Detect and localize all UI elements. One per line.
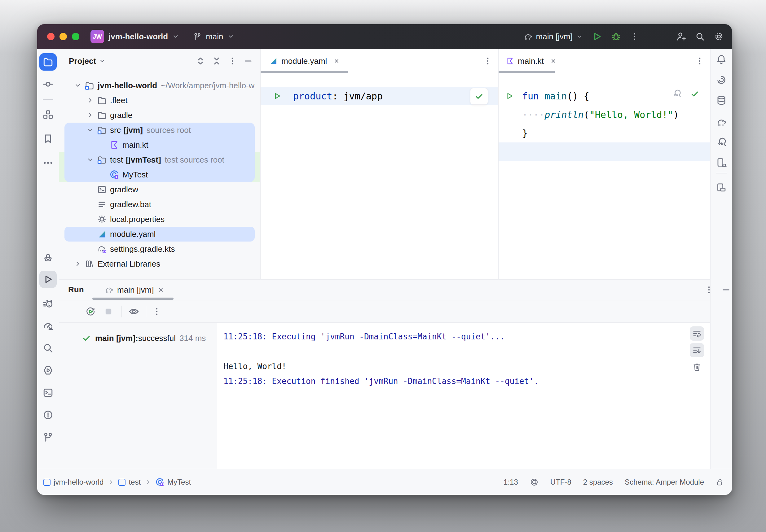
- project-options-kebab-icon[interactable]: [228, 57, 237, 65]
- file-encoding-widget[interactable]: UTF-8: [550, 478, 571, 486]
- tool-stripe-button-notifications[interactable]: [713, 51, 730, 68]
- project-tree-item[interactable]: .fleet: [59, 93, 260, 108]
- scroll-to-end-button[interactable]: [690, 343, 704, 357]
- project-tree-item[interactable]: local.properties: [59, 212, 260, 227]
- caret-position-widget[interactable]: 1:13: [504, 478, 518, 486]
- kotlin-code[interactable]: fun main() {····println("Hello, World!")…: [522, 87, 679, 142]
- run-console[interactable]: 11:25:18: Executing 'jvmRun -DmainClass=…: [217, 323, 710, 469]
- schema-widget[interactable]: Schema: Amper Module: [625, 478, 704, 486]
- debug-button[interactable]: [611, 32, 621, 41]
- run-gutter-icon[interactable]: [273, 92, 281, 100]
- expand-all-icon[interactable]: [196, 56, 205, 66]
- window-close-button[interactable]: [47, 33, 55, 40]
- settings-gear-icon[interactable]: [714, 32, 724, 41]
- project-tree-item[interactable]: jvm-hello-world~/Work/amper/jvm-hello-w: [59, 78, 260, 93]
- tool-stripe-button-find[interactable]: [39, 339, 57, 357]
- project-avatar[interactable]: JW: [90, 30, 104, 43]
- tab-label: module.yaml: [281, 56, 327, 66]
- tool-stripe-button-problems[interactable]: [39, 406, 57, 424]
- project-chevron-icon[interactable]: [172, 33, 179, 40]
- window-zoom-button[interactable]: [72, 33, 79, 40]
- soft-wrap-button[interactable]: [690, 326, 704, 341]
- yaml-code-line[interactable]: product: jvm/app: [293, 87, 383, 105]
- run-options-kebab-icon[interactable]: [705, 286, 713, 294]
- indent-widget[interactable]: 2 spaces: [583, 478, 613, 486]
- tool-stripe-button-services[interactable]: [39, 362, 57, 379]
- tool-stripe-button-bookmarks[interactable]: [39, 130, 57, 147]
- tree-chevron-icon[interactable]: [87, 97, 97, 104]
- tool-stripe-button-device-manager[interactable]: [713, 179, 730, 196]
- tree-chevron-icon[interactable]: [87, 156, 97, 163]
- line-separator-icon[interactable]: [530, 478, 539, 486]
- tool-stripe-button-terminal[interactable]: [39, 384, 57, 401]
- project-tree-item[interactable]: module.yaml: [59, 227, 260, 242]
- tool-stripe-button-version-control[interactable]: [39, 429, 57, 446]
- breadcrumb-mytest[interactable]: MyTest: [155, 478, 191, 486]
- hide-run-panel-icon[interactable]: [721, 285, 731, 294]
- breadcrumb-label: jvm-hello-world: [54, 478, 103, 486]
- collapse-all-icon[interactable]: [212, 56, 221, 66]
- inspections-widget[interactable]: [672, 89, 699, 99]
- editor-main-kt[interactable]: fun main() {····println("Hello, World!")…: [499, 73, 710, 279]
- tab-main-kt[interactable]: main.kt: [499, 49, 710, 73]
- tree-chevron-icon[interactable]: [87, 127, 97, 133]
- run-button[interactable]: [592, 32, 602, 41]
- tree-chevron-icon[interactable]: [74, 82, 85, 89]
- project-tree-item[interactable]: gradlew.bat: [59, 197, 260, 212]
- tab-close-icon[interactable]: [333, 58, 340, 64]
- tool-stripe-button-code-inspection[interactable]: [713, 134, 730, 151]
- rerun-button[interactable]: [85, 307, 95, 316]
- project-tree-item[interactable]: src[jvm]sources root: [59, 123, 260, 137]
- run-status-row[interactable]: main [jvm]: successful 314 ms: [82, 331, 206, 346]
- branch-name[interactable]: main: [206, 32, 223, 41]
- tool-stripe-button-structure[interactable]: [39, 106, 57, 123]
- toolbar-kebab-icon[interactable]: [152, 307, 161, 316]
- tool-stripe-button-gradle[interactable]: [713, 114, 730, 131]
- project-tree-item[interactable]: gradlew: [59, 182, 260, 197]
- tab-module-yaml[interactable]: module.yaml: [260, 49, 498, 73]
- tool-stripe-button-android-profiler[interactable]: [39, 317, 57, 334]
- project-tree-item[interactable]: main.kt: [59, 137, 260, 152]
- branch-chevron-icon[interactable]: [227, 33, 234, 40]
- tool-stripe-button-running-devices[interactable]: [713, 154, 730, 171]
- breadcrumb-test[interactable]: test: [118, 478, 141, 486]
- tool-stripe-button-ai-assistant[interactable]: [713, 71, 730, 89]
- run-configuration-selector[interactable]: main [jvm]: [524, 32, 583, 41]
- tool-stripe-button-database[interactable]: [713, 92, 730, 109]
- tool-stripe-button-more[interactable]: [39, 154, 57, 172]
- search-everywhere-icon[interactable]: [695, 32, 705, 41]
- stop-button[interactable]: [103, 307, 113, 316]
- project-name[interactable]: jvm-hello-world: [108, 32, 168, 41]
- tool-stripe-button-commit[interactable]: [39, 76, 57, 93]
- inspections-widget[interactable]: [470, 88, 488, 105]
- project-tree-item[interactable]: settings.gradle.kts: [59, 242, 260, 256]
- project-tree-item[interactable]: MyTest: [59, 167, 260, 182]
- editor-module-yaml[interactable]: product: jvm/app: [260, 73, 498, 279]
- editor-options-kebab-icon[interactable]: [484, 57, 492, 65]
- tool-stripe-button-logcat[interactable]: [39, 295, 57, 312]
- project-panel-title[interactable]: Project: [69, 56, 96, 66]
- project-panel-chevron-icon[interactable]: [99, 58, 105, 64]
- tab-close-icon[interactable]: [550, 58, 557, 64]
- run-tab-main-jvm[interactable]: main [jvm]: [99, 280, 170, 300]
- code-with-me-add-user-icon[interactable]: [676, 32, 686, 41]
- breadcrumb-module[interactable]: jvm-hello-world: [43, 478, 103, 486]
- show-options-eye-icon[interactable]: [129, 306, 139, 317]
- run-panel-title[interactable]: Run: [68, 285, 84, 294]
- window-minimize-button[interactable]: [59, 33, 67, 40]
- editor-options-kebab-icon[interactable]: [695, 57, 704, 65]
- project-tree-item[interactable]: gradle: [59, 108, 260, 123]
- more-actions-kebab-icon[interactable]: [630, 32, 639, 41]
- readonly-lock-icon[interactable]: [716, 478, 724, 486]
- tree-chevron-icon[interactable]: [74, 260, 85, 267]
- clear-console-trash-button[interactable]: [690, 360, 704, 374]
- hide-panel-icon[interactable]: [243, 56, 253, 66]
- tool-stripe-button-project-folder[interactable]: [39, 53, 57, 71]
- project-tree-item[interactable]: test[jvmTest]test sources root: [59, 152, 260, 167]
- run-tab-close-icon[interactable]: [157, 286, 164, 293]
- tool-stripe-button-run[interactable]: [39, 271, 57, 288]
- tree-chevron-icon[interactable]: [87, 112, 97, 119]
- run-gutter-icon[interactable]: [506, 92, 514, 100]
- project-tree-item[interactable]: External Libraries: [59, 256, 260, 271]
- tool-stripe-button-profiler[interactable]: [39, 248, 57, 266]
